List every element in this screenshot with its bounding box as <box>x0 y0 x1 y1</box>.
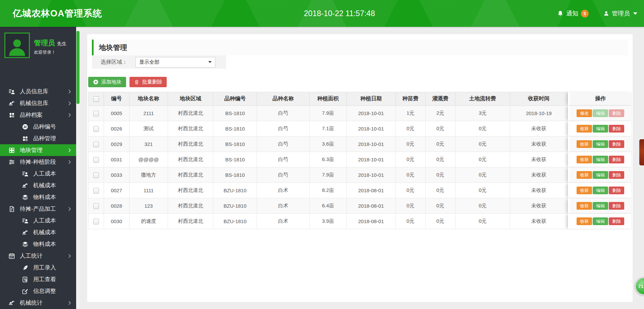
row-checkbox[interactable] <box>93 203 99 209</box>
sidebar-item-machine-statistics[interactable]: 机械统计 <box>0 297 76 309</box>
table-row: 0031@@@@村西北道北BS-1810白芍6.3亩2018-10-010元0元… <box>88 152 632 167</box>
cell-actions: 收获编辑删除 <box>568 121 632 137</box>
column-header-irrigation-fee: 灌溉费 <box>426 92 455 106</box>
menu-item-label: 用工查看 <box>33 275 56 283</box>
row-checkbox[interactable] <box>93 172 99 178</box>
action-button-green[interactable]: 编辑 <box>593 202 608 210</box>
sidebar-item-labor-entry[interactable]: 用工录入 <box>0 262 76 273</box>
sidebar-item-planting-labor-cost[interactable]: 人工成本 <box>0 168 76 179</box>
action-button-green[interactable]: 编辑 <box>593 217 608 225</box>
sidebar-item-plot-management[interactable]: 地块管理 <box>0 144 76 156</box>
action-button-orange[interactable]: 收获 <box>577 156 592 163</box>
sidebar-scrollbar-thumb[interactable] <box>76 31 79 104</box>
avatar <box>4 33 30 58</box>
user-menu[interactable]: 管理员 <box>603 9 637 17</box>
cell-id: 0031 <box>104 152 129 167</box>
menu-item-label: 品种编号 <box>33 123 56 131</box>
action-button-green[interactable]: 编辑 <box>593 187 608 194</box>
cell-harvest-time: 2018-10-19 <box>510 106 568 121</box>
menu-item-label: 机械统计 <box>20 299 43 307</box>
cell-land-transfer-fee: 0元 <box>455 137 510 152</box>
add-plot-button[interactable]: 添加地块 <box>88 77 126 87</box>
cell-seed-fee: 0元 <box>396 121 426 137</box>
cell-land-transfer-fee: 3元 <box>455 106 510 121</box>
cell-name: 2111 <box>129 106 168 121</box>
sidebar-item-planting-material-cost[interactable]: 物料成本 <box>0 191 76 203</box>
row-checkbox[interactable] <box>93 111 99 116</box>
action-button-orange[interactable]: 收获 <box>577 125 592 133</box>
sidebar-item-labor-statistics[interactable]: 人工统计 <box>0 250 76 262</box>
table-row: 0030的速度村西北道北BZU-1810白术3.9亩2018-08-010元0元… <box>88 214 632 229</box>
select-all-checkbox[interactable] <box>93 96 99 102</box>
sidebar-item-labor-view[interactable]: 用工查看 <box>0 273 76 285</box>
action-button-orange[interactable]: 收获 <box>577 171 592 179</box>
cell-id: 0026 <box>104 121 129 137</box>
sidebar-item-planting-machine-cost[interactable]: 机械成本 <box>0 179 76 191</box>
region-select[interactable]: 显示全部 <box>136 57 215 67</box>
sidebar-item-processing-material-cost[interactable]: 物料成本 <box>0 238 76 250</box>
row-checkbox[interactable] <box>93 157 99 163</box>
cell-plant-date: 2018-10-01 <box>347 167 396 183</box>
side-panel-tab[interactable] <box>639 139 644 165</box>
action-button-green[interactable]: 编辑 <box>593 156 608 163</box>
action-button-green[interactable]: 编辑 <box>593 109 608 117</box>
action-button-orange[interactable]: 收获 <box>577 217 592 225</box>
cell-plant-date: 2018-10-01 <box>347 121 396 137</box>
column-header-variety-no: 品种编号 <box>213 92 257 106</box>
action-button-orange[interactable]: 修改 <box>577 109 592 117</box>
action-button-green[interactable]: 编辑 <box>593 125 608 133</box>
action-button-red[interactable]: 删除 <box>609 125 624 133</box>
action-button-orange[interactable]: 收获 <box>577 140 592 148</box>
cell-seed-fee: 0元 <box>396 167 426 183</box>
cell-plant-date: 2018-08-01 <box>347 214 396 229</box>
column-header-actions: 操作 <box>568 92 632 106</box>
sidebar-item-variety-management[interactable]: 品种管理 <box>0 133 76 144</box>
action-button-green[interactable]: 编辑 <box>593 140 608 148</box>
sidebar-item-machine-db[interactable]: 机械信息库 <box>0 97 76 109</box>
row-checkbox-cell <box>88 106 104 121</box>
cell-plant-date: 2018-10-01 <box>347 106 396 121</box>
row-checkbox[interactable] <box>93 126 99 132</box>
row-checkbox-cell <box>88 198 104 214</box>
people-list-icon <box>21 217 29 224</box>
action-button-red[interactable]: 删除 <box>609 140 624 148</box>
toolbar: 添加地块 批量删除 <box>88 77 633 87</box>
sidebar-item-personnel-db[interactable]: 人员信息库 <box>0 86 76 97</box>
action-button-orange[interactable]: 收获 <box>577 202 592 210</box>
sidebar-item-info-adjust[interactable]: 信息调整 <box>0 285 76 297</box>
sidebar-item-processing-machine-cost[interactable]: 机械成本 <box>0 226 76 238</box>
chevron-right-icon <box>67 112 72 117</box>
action-button-red[interactable]: 删除 <box>609 171 624 179</box>
cell-irrigation-fee: 0元 <box>426 183 455 198</box>
action-button-red[interactable]: 删除 <box>609 187 624 194</box>
bulk-delete-button[interactable]: 批量删除 <box>129 77 167 87</box>
menu-item-label: 机械成本 <box>33 182 56 189</box>
notifications-button[interactable]: 通知 5 <box>557 9 589 17</box>
sidebar-item-variety-number[interactable]: 品种编号 <box>0 121 76 133</box>
select-caret-icon <box>208 61 212 63</box>
chevron-right-icon <box>67 206 72 211</box>
machine-icon <box>8 100 15 107</box>
cell-actions: 收获编辑删除 <box>568 183 632 198</box>
cell-id: 0028 <box>104 198 129 214</box>
action-button-red[interactable]: 删除 <box>609 202 624 210</box>
action-button-red[interactable]: 删除 <box>609 156 624 163</box>
sidebar-item-pending-product-processing[interactable]: 待摊-产品加工 <box>0 203 76 215</box>
action-button-green[interactable]: 编辑 <box>593 171 608 179</box>
sidebar-item-pending-planting-stage[interactable]: 待摊-种植阶段 <box>0 156 76 168</box>
table-row: 0033撒地方村西北道北BS-1810白芍7.9亩2018-10-010元0元0… <box>88 167 632 183</box>
plots-table-wrapper: 编号地块名称地块区域品种编号品种名称种植面积种植日期种苗费灌溉费土地流转费收获时… <box>88 92 632 229</box>
row-checkbox[interactable] <box>93 142 99 147</box>
bell-icon <box>557 10 564 17</box>
sidebar-item-variety-archive[interactable]: 品种档案 <box>0 109 76 121</box>
sidebar-item-processing-labor-cost[interactable]: 人工成本 <box>0 215 76 226</box>
menu-item-label: 物料成本 <box>33 240 56 248</box>
action-button-orange[interactable]: 收获 <box>577 187 592 194</box>
row-checkbox[interactable] <box>93 188 99 194</box>
action-button-red[interactable]: 删除 <box>609 217 624 225</box>
cell-actions: 收获编辑删除 <box>568 214 632 229</box>
header-datetime: 2018-10-22 11:57:48 <box>304 0 375 27</box>
chevron-right-icon <box>67 89 72 94</box>
action-button-red[interactable]: 删除 <box>609 109 624 117</box>
row-checkbox[interactable] <box>93 219 99 224</box>
